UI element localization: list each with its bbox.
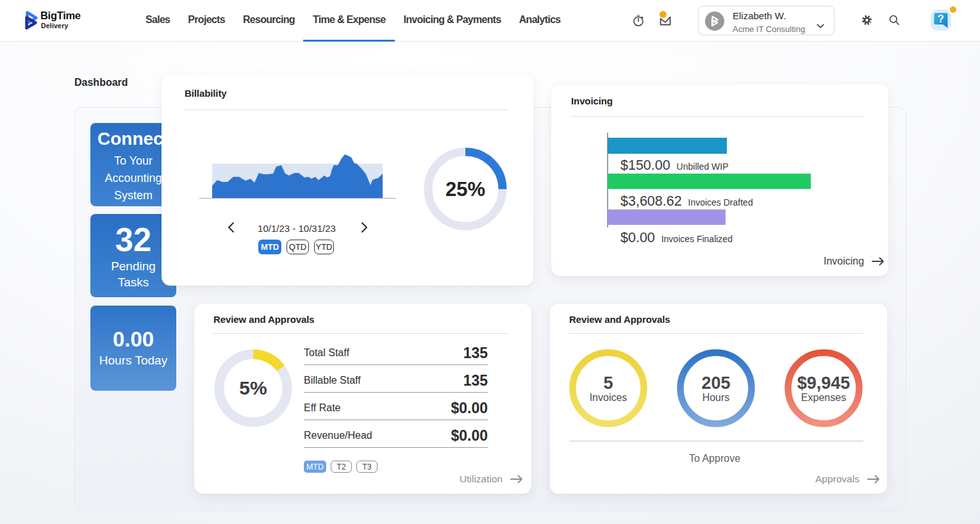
- svg-text:5%: 5%: [239, 377, 267, 398]
- svg-text:25%: 25%: [445, 178, 485, 201]
- svg-text:?: ?: [938, 13, 944, 24]
